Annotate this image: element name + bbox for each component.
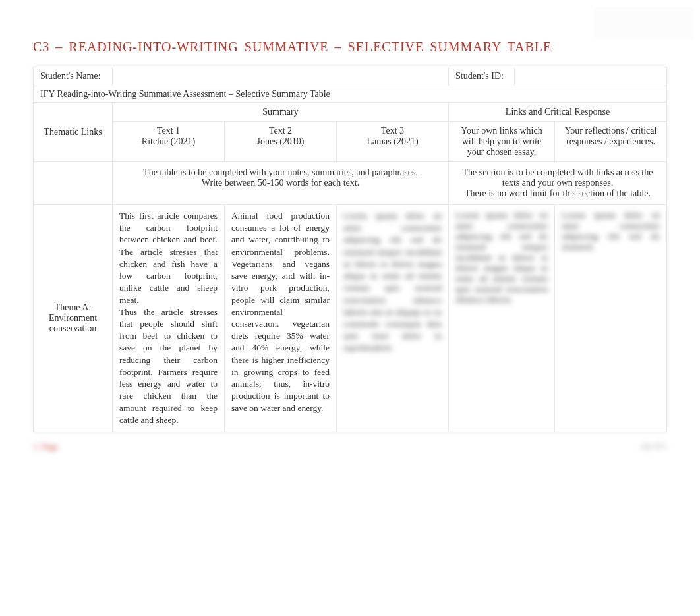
text3-author: Lamas (2021) (341, 136, 444, 147)
links-critical-header: Links and Critical Response (449, 103, 667, 122)
blurred-content: Lorem ipsum dolor sit amet consectetur a… (455, 210, 548, 305)
student-id-label: Student's ID: (449, 67, 515, 86)
student-name-field[interactable] (113, 67, 449, 86)
page-footer: 1 | Page HE-IFY (33, 442, 667, 452)
blurred-content: Lorem ipsum dolor sit amet consectetur a… (343, 210, 442, 354)
summary-instruction: The table is to be completed with your n… (113, 162, 449, 205)
text3-label: Text 3 (341, 126, 444, 136)
text3-header: Text 3 Lamas (2021) (337, 122, 449, 162)
footer-right: HE-IFY (641, 442, 667, 452)
student-name-label: Student's Name: (34, 67, 113, 86)
summary-table: Student's Name: Student's ID: IFY Readin… (33, 67, 667, 432)
logo-watermark (595, 7, 693, 40)
blurred-content: Lorem ipsum dolor sit amet consectetur a… (562, 210, 660, 252)
reflections-subheader: Your reflections / critical responses / … (555, 122, 667, 162)
theme-a-links: Lorem ipsum dolor sit amet consectetur a… (449, 205, 555, 432)
theme-a-text1: This first article compares the carbon f… (113, 205, 225, 432)
empty-instruction-left (34, 162, 113, 205)
theme-a-text3: Lorem ipsum dolor sit amet consectetur a… (337, 205, 449, 432)
page-title: C3 – READING-INTO-WRITING SUMMATIVE – SE… (33, 40, 667, 55)
text2-header: Text 2 Jones (2010) (225, 122, 337, 162)
links-instruction: The section is to be completed with link… (449, 162, 667, 205)
theme-a-text2: Animal food production consumes a lot of… (225, 205, 337, 432)
text2-author: Jones (2010) (229, 136, 332, 147)
summary-header: Summary (113, 103, 449, 122)
assessment-line: IFY Reading-into-Writing Summative Asses… (34, 86, 667, 103)
text1-header: Text 1 Ritchie (2021) (113, 122, 225, 162)
text1-label: Text 1 (117, 126, 220, 136)
footer-page-number: 1 | Page (33, 442, 58, 452)
text1-author: Ritchie (2021) (117, 136, 220, 147)
student-id-field[interactable] (515, 67, 667, 86)
text2-label: Text 2 (229, 126, 332, 136)
theme-a-reflections: Lorem ipsum dolor sit amet consectetur a… (555, 205, 667, 432)
theme-a-label: Theme A: Environment conservation (34, 205, 113, 432)
thematic-links-header: Thematic Links (34, 103, 113, 162)
own-links-subheader: Your own links which will help you to wr… (449, 122, 555, 162)
